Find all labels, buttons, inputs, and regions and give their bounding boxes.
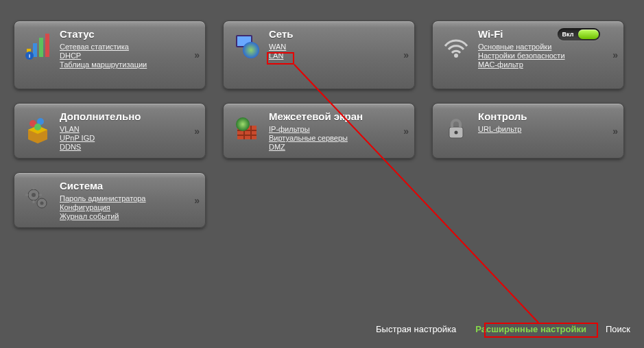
highlight-connector (0, 0, 644, 348)
svg-line-29 (294, 65, 538, 323)
